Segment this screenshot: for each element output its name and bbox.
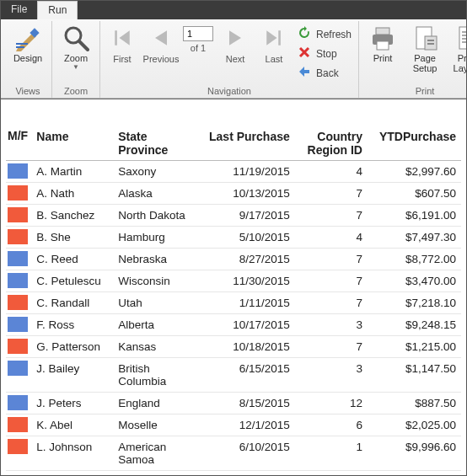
back-label: Back bbox=[316, 67, 339, 79]
stop-button[interactable]: Stop bbox=[298, 45, 352, 62]
cell-name: C. Petulescu bbox=[31, 270, 113, 292]
col-ytd: YTDPurchase bbox=[368, 126, 461, 161]
cell-name: K. Abel bbox=[31, 414, 113, 436]
tab-file[interactable]: File bbox=[1, 1, 37, 19]
cell-state: North Dakota bbox=[113, 205, 204, 227]
cell-country: 4 bbox=[295, 227, 368, 249]
mf-swatch-cell bbox=[6, 205, 31, 227]
previous-label: Previous bbox=[143, 54, 180, 64]
page-of-label: of 1 bbox=[191, 43, 206, 53]
cell-last-purchase: 8/15/2015 bbox=[204, 393, 295, 414]
printer-icon bbox=[369, 24, 396, 51]
first-icon bbox=[110, 26, 134, 52]
cell-state: British Columbia bbox=[113, 358, 204, 393]
svg-marker-8 bbox=[155, 30, 167, 45]
female-swatch-icon bbox=[8, 439, 28, 454]
group-print-label: Print bbox=[416, 84, 435, 98]
cell-state: Kansas bbox=[113, 336, 204, 358]
print-layout-button[interactable]: Print Layout bbox=[448, 23, 467, 75]
cell-ytd: $6,191.00 bbox=[368, 205, 461, 227]
cell-state: Saxony bbox=[113, 161, 204, 183]
svg-rect-24 bbox=[462, 35, 467, 36]
cell-name: J. Peters bbox=[31, 393, 113, 414]
col-last-purchase: Last Purchase bbox=[204, 126, 295, 161]
report-viewport[interactable]: M/F Name State Province Last Purchase Co… bbox=[1, 99, 466, 475]
table-row: C. RandallUtah1/11/20157$7,218.10 bbox=[6, 292, 461, 314]
last-button[interactable]: Last bbox=[257, 23, 291, 64]
cell-country: 7 bbox=[295, 205, 368, 227]
cell-state: Alaska bbox=[113, 183, 204, 205]
first-label: First bbox=[113, 54, 131, 64]
group-navigation-label: Navigation bbox=[207, 84, 251, 98]
next-icon bbox=[223, 26, 247, 52]
report-page: M/F Name State Province Last Purchase Co… bbox=[1, 99, 466, 475]
table-row: A. MartinSaxony11/19/20154$2,997.60 bbox=[6, 161, 461, 183]
group-zoom-label: Zoom bbox=[64, 84, 88, 98]
svg-line-5 bbox=[79, 41, 88, 50]
back-button[interactable]: Back bbox=[298, 65, 352, 81]
cell-last-purchase: 10/13/2015 bbox=[204, 183, 295, 205]
female-swatch-icon bbox=[8, 339, 28, 354]
table-row: J. PetersEngland8/15/201512$887.50 bbox=[6, 393, 461, 414]
page-setup-label: Page Setup bbox=[413, 53, 437, 73]
mf-swatch-cell bbox=[6, 414, 31, 436]
tab-strip: File Run bbox=[1, 1, 466, 19]
female-swatch-icon bbox=[8, 295, 28, 310]
stop-icon bbox=[298, 45, 311, 62]
female-swatch-icon bbox=[8, 185, 28, 201]
tab-run[interactable]: Run bbox=[37, 1, 78, 19]
page-setup-button[interactable]: Page Setup bbox=[406, 23, 443, 75]
cell-country: 6 bbox=[295, 414, 368, 436]
nav-small-actions: Refresh Stop Back bbox=[296, 23, 353, 81]
cell-name: B. Sanchez bbox=[31, 205, 113, 227]
group-print: Print Page Setup Print Layout Print bbox=[359, 21, 467, 98]
table-row: B. SheHamburg5/10/20154$7,497.30 bbox=[6, 227, 461, 249]
cell-state: Nebraska bbox=[113, 249, 204, 270]
cell-state: Wisconsin bbox=[113, 270, 204, 292]
cell-name: J. Bailey bbox=[31, 358, 113, 393]
male-swatch-icon bbox=[8, 251, 28, 266]
last-label: Last bbox=[266, 54, 283, 64]
header-row: M/F Name State Province Last Purchase Co… bbox=[6, 126, 461, 161]
refresh-button[interactable]: Refresh bbox=[298, 26, 352, 42]
cell-name: G. Patterson bbox=[31, 336, 113, 358]
mf-swatch-cell bbox=[6, 393, 31, 414]
svg-marker-7 bbox=[120, 30, 130, 45]
mf-swatch-cell bbox=[6, 358, 31, 393]
cell-country: 7 bbox=[295, 249, 368, 270]
first-button[interactable]: First bbox=[105, 23, 139, 64]
svg-rect-20 bbox=[427, 40, 434, 41]
cell-last-purchase: 9/17/2015 bbox=[204, 205, 295, 227]
design-button[interactable]: Design bbox=[9, 23, 46, 65]
svg-rect-21 bbox=[427, 43, 434, 45]
page-indicator: of 1 bbox=[183, 23, 213, 53]
cell-ytd: $7,497.30 bbox=[368, 227, 461, 249]
cell-ytd: $1,215.00 bbox=[368, 336, 461, 358]
svg-rect-2 bbox=[16, 43, 28, 45]
cell-country: 3 bbox=[295, 314, 368, 336]
svg-marker-10 bbox=[266, 30, 276, 45]
previous-button[interactable]: Previous bbox=[144, 23, 178, 64]
page-setup-icon bbox=[411, 24, 438, 51]
print-layout-label: Print Layout bbox=[454, 53, 467, 73]
cell-ytd: $8,772.00 bbox=[368, 249, 461, 270]
mf-swatch-cell bbox=[6, 314, 31, 336]
page-current-input[interactable] bbox=[183, 26, 213, 41]
male-swatch-icon bbox=[8, 273, 28, 288]
print-button[interactable]: Print bbox=[364, 23, 401, 65]
male-swatch-icon bbox=[8, 361, 28, 376]
male-swatch-icon bbox=[8, 163, 28, 179]
zoom-button[interactable]: Zoom ▼ bbox=[57, 23, 94, 72]
cell-country: 7 bbox=[295, 183, 368, 205]
cell-ytd: $9,248.15 bbox=[368, 314, 461, 336]
cell-last-purchase: 10/17/2015 bbox=[204, 314, 295, 336]
col-country: Country Region ID bbox=[295, 126, 368, 161]
cell-last-purchase: 6/15/2015 bbox=[204, 358, 295, 393]
cell-state: Utah bbox=[113, 292, 204, 314]
cell-country: 12 bbox=[295, 393, 368, 414]
mf-swatch-cell bbox=[6, 183, 31, 205]
next-button[interactable]: Next bbox=[218, 23, 252, 64]
stop-label: Stop bbox=[316, 48, 337, 60]
zoom-label: Zoom bbox=[64, 53, 88, 63]
dropdown-caret-icon: ▼ bbox=[72, 63, 79, 71]
